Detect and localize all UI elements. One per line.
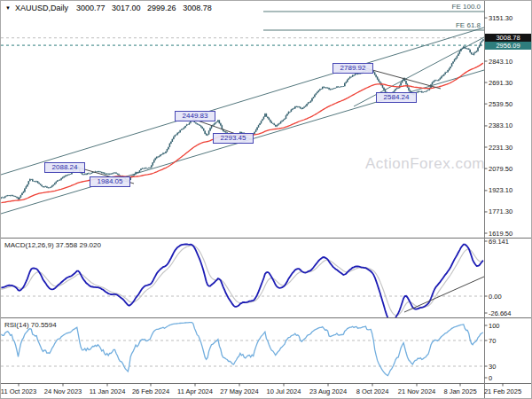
- rsi-axis-label: 70: [489, 337, 496, 345]
- symbol-dropdown-icon: ▼: [5, 5, 11, 11]
- ohlc-close: 3008.78: [183, 4, 212, 12]
- time-axis[interactable]: 11 Oct 202324 Nov 202311 Jan 202426 Feb …: [1, 384, 532, 399]
- symbol-period-label: XAUUSD,Daily: [15, 4, 68, 12]
- price-axis-label: 2539.50: [489, 100, 512, 108]
- time-axis-label: 23 Aug 2024: [309, 387, 347, 395]
- rsi-axis-label: 0: [489, 374, 492, 382]
- time-axis-label: 8 Jan 2025: [443, 387, 476, 395]
- macd-axis-label: 69.141: [489, 238, 509, 246]
- price-axis-label: 2079.50: [489, 165, 512, 173]
- time-axis-label: 21 Feb 2025: [484, 387, 521, 395]
- ohlc-readout: 3000.77 3017.00 2999.26 3008.78: [76, 4, 216, 12]
- price-axis-label: 2383.10: [489, 121, 512, 129]
- time-axis-label: 8 Oct 2024: [356, 387, 389, 395]
- price-axis-label: 2231.30: [489, 144, 512, 152]
- price-level-callout[interactable]: 2449.83: [175, 111, 215, 121]
- price-level-callout[interactable]: 2789.92: [332, 63, 373, 74]
- price-axis-label: 2843.10: [489, 58, 512, 66]
- price-level-callout[interactable]: 1984.05: [90, 176, 130, 187]
- macd-axis-label: -26.664: [489, 309, 511, 317]
- time-axis-label: 26 Feb 2024: [132, 387, 169, 395]
- ohlc-open: 3000.77: [76, 4, 106, 12]
- price-axis[interactable]: 3151.302843.102691.302539.502383.102231.…: [485, 1, 532, 384]
- macd-indicator-label: MACD(12,26,9) 37.558 29.020: [4, 241, 101, 249]
- trading-chart-window: ActionForex.com ▼ XAUUSD,Daily 3000.77 3…: [0, 0, 532, 399]
- chart-canvas[interactable]: [1, 1, 532, 399]
- fib-expansion-100-label[interactable]: FE 100.0: [452, 3, 481, 11]
- time-axis-label: 27 May 2024: [220, 387, 258, 395]
- rsi-axis-label: 100: [489, 322, 500, 330]
- time-axis-label: 10 Jul 2024: [267, 387, 301, 395]
- price-axis-label: 3151.30: [489, 14, 512, 22]
- price-axis-label: 1771.30: [489, 207, 512, 215]
- time-axis-label: 24 Nov 2023: [44, 387, 82, 395]
- rsi-indicator-label: RSI(14) 70.5594: [4, 321, 57, 329]
- price-level-callout[interactable]: 2293.45: [213, 133, 254, 144]
- rsi-axis-label: 30: [489, 363, 496, 371]
- price-level-callout[interactable]: 2088.24: [44, 162, 85, 173]
- chart-title-bar: ▼ XAUUSD,Daily 3000.77 3017.00 2999.26 3…: [5, 4, 216, 12]
- time-axis-label: 11 Apr 2024: [177, 387, 213, 395]
- price-level-callout[interactable]: 2584.24: [376, 92, 417, 103]
- ohlc-low: 2999.26: [147, 4, 176, 12]
- time-axis-label: 11 Oct 2023: [1, 387, 36, 395]
- fib-expansion-61-8-label[interactable]: FE 61.8: [456, 21, 481, 29]
- price-axis-label: 1619.50: [489, 230, 512, 238]
- level-price-badge: 2956.09: [485, 42, 531, 50]
- time-axis-label: 11 Jan 2024: [90, 387, 126, 395]
- price-axis-label: 1923.10: [489, 186, 512, 194]
- macd-axis-label: 0.00: [489, 293, 502, 301]
- price-axis-label: 2691.30: [489, 79, 512, 87]
- ohlc-high: 3017.00: [112, 4, 141, 12]
- time-axis-label: 21 Nov 2024: [398, 387, 436, 395]
